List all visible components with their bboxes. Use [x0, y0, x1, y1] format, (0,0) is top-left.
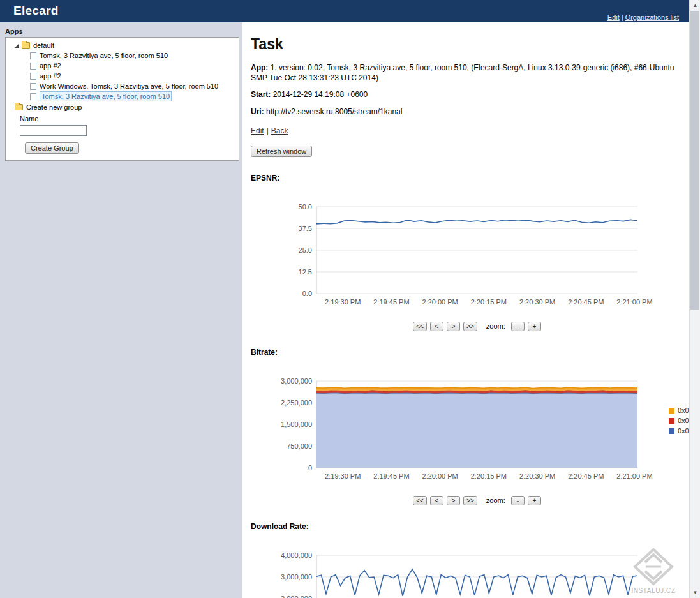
- organizations-list-link[interactable]: Organizations list: [625, 13, 679, 21]
- page-first-button[interactable]: <<: [413, 322, 427, 331]
- zoom-label: zoom:: [486, 322, 505, 330]
- start-label: Start:: [251, 90, 271, 99]
- download-rate-plot: 2,000,0003,000,0004,000,000: [278, 550, 661, 598]
- refresh-window-button[interactable]: Refresh window: [251, 146, 312, 157]
- scrollbar-thumb[interactable]: [690, 11, 699, 310]
- watermark-diamond-icon: [633, 548, 674, 586]
- bitrate-pager-controls: << < > >> zoom: - +: [316, 496, 637, 505]
- tree-item-label: Tomsk, 3 Razvitiya ave, 5 floor, room 51…: [40, 51, 168, 60]
- instaluj-watermark: INSTALUJ.CZ: [627, 548, 680, 594]
- group-name-input[interactable]: [20, 125, 87, 136]
- app-icon: [30, 93, 36, 100]
- tree-item-label: app #2: [40, 61, 61, 70]
- folder-icon: [22, 42, 30, 49]
- page-last-button[interactable]: >>: [463, 496, 477, 505]
- uri-info-line: Uri: http://tv2.seversk.ru:8005/stream/1…: [251, 107, 681, 117]
- page-first-button[interactable]: <<: [413, 496, 427, 505]
- page-prev-button[interactable]: <: [430, 322, 443, 331]
- tree-item-app-0[interactable]: Tomsk, 3 Razvitiya ave, 5 floor, room 51…: [6, 50, 236, 61]
- top-bar: Elecard Edit|Organizations list: [0, 0, 689, 22]
- tree-group-default[interactable]: default: [6, 40, 236, 50]
- app-icon: [30, 52, 36, 59]
- uri-value: http://tv2.seversk.ru:8005/stream/1kanal: [266, 107, 402, 116]
- zoom-in-button[interactable]: +: [528, 496, 541, 505]
- svg-text:4,000,000: 4,000,000: [281, 551, 312, 559]
- svg-text:2:19:30 PM: 2:19:30 PM: [325, 298, 361, 306]
- svg-text:2:21:00 PM: 2:21:00 PM: [616, 298, 652, 306]
- svg-text:2:20:45 PM: 2:20:45 PM: [568, 472, 604, 480]
- download-rate-heading: Download Rate:: [251, 522, 681, 531]
- bitrate-chart: 0x03f60x03f40x000b 0750,0001,500,0002,25…: [278, 376, 689, 486]
- back-link[interactable]: Back: [271, 126, 288, 135]
- svg-text:0.0: 0.0: [302, 290, 312, 297]
- expander-icon[interactable]: [15, 43, 19, 48]
- page-next-button[interactable]: >: [447, 322, 460, 331]
- svg-text:2:20:15 PM: 2:20:15 PM: [471, 472, 507, 480]
- zoom-out-button[interactable]: -: [511, 496, 525, 505]
- app-info-line: App: 1. version: 0.02, Tomsk, 3 Razvitiy…: [251, 63, 681, 83]
- epsnr-chart: 0.012.525.037.550.02:19:30 PM2:19:45 PM2…: [278, 202, 689, 311]
- app-icon: [30, 63, 36, 70]
- legend-swatch-icon: [669, 408, 674, 414]
- tree-item-app-1[interactable]: app #2: [6, 61, 236, 71]
- legend-swatch-icon: [669, 418, 674, 424]
- page-prev-button[interactable]: <: [430, 496, 443, 505]
- zoom-in-button[interactable]: +: [528, 322, 541, 331]
- create-group-button[interactable]: Create Group: [25, 142, 79, 154]
- group-name-label: Name: [20, 115, 236, 123]
- bitrate-section: Bitrate: 0x03f60x03f40x000b 0750,0001,50…: [251, 348, 681, 505]
- svg-text:2:20:15 PM: 2:20:15 PM: [471, 298, 507, 306]
- svg-text:2:20:45 PM: 2:20:45 PM: [568, 298, 604, 306]
- svg-text:750,000: 750,000: [287, 442, 312, 450]
- svg-text:2:19:45 PM: 2:19:45 PM: [373, 298, 409, 306]
- svg-text:2:20:30 PM: 2:20:30 PM: [519, 298, 555, 306]
- tree-item-app-4-selected[interactable]: Tomsk, 3 Razvitiya ave, 5 floor, room 51…: [6, 91, 236, 101]
- legend-label: 0x000b: [678, 427, 689, 435]
- svg-text:1,500,000: 1,500,000: [281, 421, 312, 428]
- tree-item-app-2[interactable]: app #2: [6, 71, 236, 81]
- svg-text:2:20:00 PM: 2:20:00 PM: [422, 298, 458, 306]
- watermark-text: INSTALUJ.CZ: [627, 587, 680, 594]
- start-value: 2014-12-29 14:19:08 +0600: [273, 90, 368, 99]
- svg-text:2:19:30 PM: 2:19:30 PM: [325, 472, 361, 480]
- uri-label: Uri:: [251, 107, 264, 116]
- header-edit-link[interactable]: Edit: [607, 13, 620, 21]
- svg-text:25.0: 25.0: [299, 246, 312, 254]
- apps-tree-panel: default Tomsk, 3 Razvitiya ave, 5 floor,…: [5, 37, 239, 161]
- zoom-label: zoom:: [486, 497, 505, 504]
- svg-text:2:20:30 PM: 2:20:30 PM: [519, 472, 555, 480]
- tree-item-label-selected: Tomsk, 3 Razvitiya ave, 5 floor, room 51…: [40, 91, 172, 101]
- page-next-button[interactable]: >: [447, 496, 460, 505]
- legend-item: 0x000b: [669, 427, 689, 435]
- tree-group-label: default: [33, 41, 54, 50]
- bitrate-heading: Bitrate:: [251, 348, 681, 357]
- zoom-out-button[interactable]: -: [511, 322, 525, 331]
- svg-text:3,000,000: 3,000,000: [281, 573, 312, 581]
- epsnr-section: EPSNR: 0.012.525.037.550.02:19:30 PM2:19…: [251, 174, 681, 331]
- epsnr-pager-controls: << < > >> zoom: - +: [316, 322, 637, 331]
- task-links: Edit|Back: [251, 126, 681, 135]
- sidebar: Apps default Tomsk, 3 Razvitiya ave, 5 f…: [0, 22, 242, 161]
- scroll-up-button[interactable]: ▲: [690, 0, 700, 11]
- tree-item-label: app #2: [40, 71, 61, 80]
- page-last-button[interactable]: >>: [463, 322, 477, 331]
- svg-text:3,000,000: 3,000,000: [281, 377, 312, 385]
- scroll-down-button[interactable]: ▼: [690, 587, 700, 598]
- tree-item-app-3[interactable]: Work Windows. Tomsk, 3 Razvitiya ave, 5 …: [6, 81, 236, 91]
- bitrate-legend: 0x03f60x03f40x000b: [669, 407, 689, 437]
- legend-item: 0x03f6: [669, 407, 689, 414]
- legend-label: 0x03f6: [678, 407, 689, 414]
- create-new-group-label: Create new group: [26, 103, 82, 112]
- app-icon: [30, 73, 36, 80]
- create-new-group-item[interactable]: Create new group: [6, 102, 236, 112]
- vertical-scrollbar[interactable]: ▲ ▼: [689, 0, 700, 598]
- epsnr-plot: 0.012.525.037.550.02:19:30 PM2:19:45 PM2…: [278, 202, 661, 311]
- apps-heading: Apps: [5, 27, 242, 35]
- svg-text:37.5: 37.5: [299, 225, 312, 232]
- header-links: Edit|Organizations list: [607, 13, 679, 21]
- svg-text:2:20:00 PM: 2:20:00 PM: [422, 472, 458, 480]
- edit-task-link[interactable]: Edit: [251, 126, 264, 135]
- start-info-line: Start: 2014-12-29 14:19:08 +0600: [251, 90, 681, 100]
- legend-swatch-icon: [669, 428, 674, 434]
- svg-text:50.0: 50.0: [299, 203, 312, 211]
